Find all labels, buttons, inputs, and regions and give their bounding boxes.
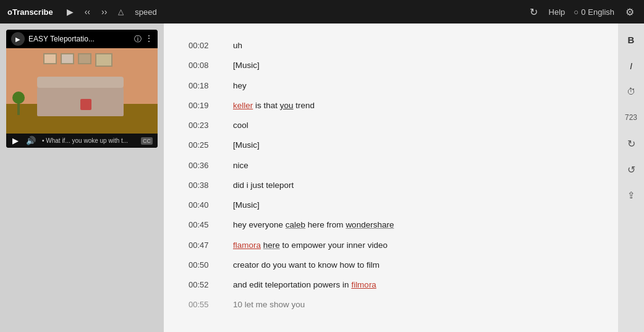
video-title-bar: ▶ EASY Teleportatio... ⓘ ⋮ [6, 30, 158, 48]
timestamp: 00:45 [189, 220, 221, 229]
transcript-row: 00:19 keller is that you trend [189, 96, 593, 116]
right-sidebar: B I ⏱ 723 ↻ ↺ ⇪ [618, 23, 644, 332]
italic-button[interactable]: I [622, 57, 640, 74]
transcript-row: 00:50 creator do you want to know how to… [189, 255, 593, 275]
brand-logo[interactable]: oTranscribe [7, 7, 53, 17]
video-subtitle-label: • What if... you woke up with t... [42, 137, 136, 144]
undo-icon[interactable]: ↻ [622, 135, 640, 152]
main-content: ▶ EASY Teleportatio... ⓘ ⋮ [0, 23, 644, 332]
transcript-text[interactable]: 10 let me show you [233, 299, 593, 311]
room-frames [43, 53, 112, 67]
video-panel: ▶ EASY Teleportatio... ⓘ ⋮ [0, 23, 164, 332]
flagged-word: filmora [351, 280, 376, 289]
language-selector[interactable]: ○ 0 English [574, 7, 614, 17]
refresh-icon[interactable]: ↻ [527, 5, 540, 19]
emphasized-word: you [280, 101, 294, 110]
video-overlay-marker [80, 99, 91, 110]
word-count: 723 [622, 109, 640, 126]
transcript-row: 00:18 hey [189, 76, 593, 96]
video-title: EASY Teleportatio... [28, 35, 95, 43]
timestamp: 00:47 [189, 240, 221, 250]
language-count: 0 [581, 7, 585, 17]
transcript-text[interactable]: uh [233, 40, 593, 52]
timestamp: 00:40 [189, 200, 221, 210]
top-navigation: oTranscribe ▶ ‹‹ ›› △ speed ↻ Help ○ 0 E… [0, 0, 644, 23]
transcript-text[interactable]: hey [233, 80, 593, 92]
rewind-button[interactable]: ‹‹ [82, 6, 93, 18]
transcript-text[interactable]: hey everyone caleb here from wondershare [233, 219, 593, 231]
flagged-word: here [263, 240, 280, 250]
timestamp: 00:50 [189, 260, 221, 270]
speed-icon: △ [116, 6, 126, 17]
transcript-panel[interactable]: 00:02 uh 00:08 [Music] 00:18 hey 00:19 k… [164, 23, 618, 332]
wall-frame-1 [43, 53, 57, 64]
transcript-row: 00:23 cool [189, 116, 593, 135]
timestamp: 00:36 [189, 161, 221, 170]
transcript-row: 00:40 [Music] [189, 195, 593, 215]
transcript-text[interactable]: [Music] [233, 199, 593, 211]
transcript-row: 00:02 uh [189, 36, 593, 56]
timestamp: 00:02 [189, 41, 221, 50]
timestamp-insert-icon[interactable]: ⏱ [622, 83, 640, 100]
transcript-row: 00:08 [Music] [189, 56, 593, 75]
video-play-ctrl[interactable]: ▶ [11, 136, 20, 145]
timestamp: 00:38 [189, 181, 221, 190]
transcript-row: 00:55 10 let me show you [189, 295, 593, 315]
room-scene [6, 48, 158, 134]
settings-icon[interactable]: ⚙ [623, 5, 637, 19]
export-icon[interactable]: ⇪ [622, 187, 640, 204]
fast-forward-button[interactable]: ›› [99, 6, 109, 18]
timestamp: 00:55 [189, 300, 221, 309]
video-more-icon[interactable]: ⋮ [145, 34, 153, 45]
video-thumbnail [6, 48, 158, 134]
video-volume-ctrl[interactable]: 🔊 [25, 136, 37, 145]
transcript-text[interactable]: keller is that you trend [233, 100, 593, 112]
subtitle-toggle[interactable]: CC [141, 137, 153, 145]
wall-frame-4 [95, 53, 112, 67]
transcript-row: 00:47 flamora here to empower your inner… [189, 236, 593, 255]
timestamp: 00:23 [189, 121, 221, 130]
nav-right-controls: ↻ Help ○ 0 English ⚙ [527, 5, 637, 19]
play-button[interactable]: ▶ [64, 6, 76, 18]
video-controls-bar: ▶ 🔊 • What if... you woke up with t... C… [6, 134, 158, 148]
transcript-row: 00:52 and edit teleportation powers in f… [189, 275, 593, 295]
video-info-icon[interactable]: ⓘ [134, 34, 142, 45]
globe-icon: ○ [574, 7, 578, 17]
transcript-text[interactable]: creator do you want to know how to film [233, 259, 593, 271]
flagged-word: caleb [286, 220, 305, 229]
flagged-word: flamora [233, 240, 261, 250]
timestamp: 00:52 [189, 280, 221, 289]
bold-button[interactable]: B [622, 31, 640, 48]
language-label: English [588, 7, 614, 17]
transcript-text[interactable]: flamora here to empower your inner video [233, 239, 593, 252]
transcript-row: 00:45 hey everyone caleb here from wonde… [189, 215, 593, 235]
flagged-word: keller [233, 101, 253, 110]
timestamp: 00:19 [189, 101, 221, 110]
transcript-text[interactable]: nice [233, 160, 593, 172]
timestamp: 00:08 [189, 61, 221, 70]
transcript-text[interactable]: [Music] [233, 59, 593, 72]
transcript-text[interactable]: did i just teleport [233, 179, 593, 192]
wall-frame-2 [61, 53, 74, 64]
video-play-button[interactable]: ▶ [11, 32, 25, 46]
flagged-word: wondershare [345, 220, 394, 229]
transcript-text[interactable]: [Music] [233, 139, 593, 151]
timestamp: 00:18 [189, 81, 221, 90]
wall-frame-3 [78, 53, 91, 64]
transcript-row: 00:36 nice [189, 156, 593, 176]
room-plant [12, 81, 25, 115]
help-link[interactable]: Help [549, 7, 566, 17]
transcript-row: 00:38 did i just teleport [189, 176, 593, 195]
transcript-row: 00:25 [Music] [189, 135, 593, 155]
transcript-text[interactable]: and edit teleportation powers in filmora [233, 279, 593, 291]
redo-icon[interactable]: ↺ [622, 161, 640, 178]
transcript-text[interactable]: cool [233, 119, 593, 132]
speed-label[interactable]: speed [135, 7, 156, 17]
timestamp: 00:25 [189, 140, 221, 150]
video-container[interactable]: ▶ EASY Teleportatio... ⓘ ⋮ [6, 30, 158, 148]
